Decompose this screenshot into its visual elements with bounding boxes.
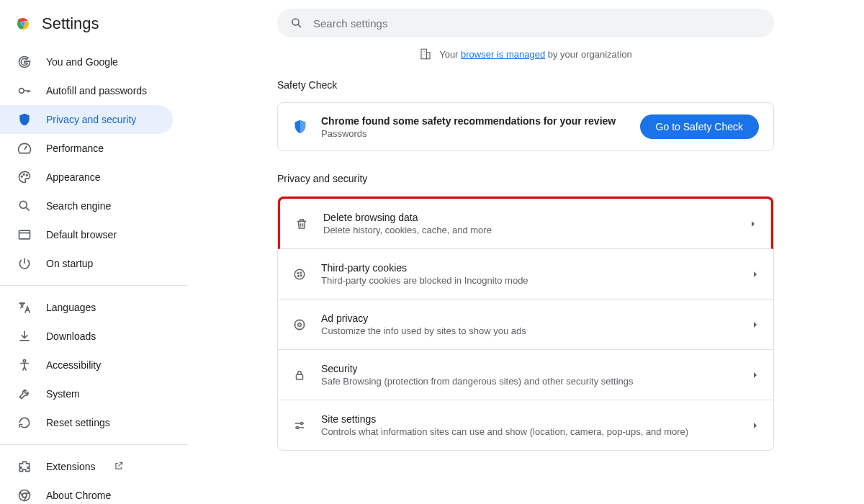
svg-point-16 bbox=[294, 269, 305, 279]
sidebar-item-languages[interactable]: Languages bbox=[0, 293, 173, 322]
sidebar-divider bbox=[0, 285, 187, 286]
chrome-outline-icon bbox=[17, 488, 32, 503]
chrome-logo-icon bbox=[14, 15, 32, 32]
sidebar-item-downloads[interactable]: Downloads bbox=[0, 322, 173, 351]
svg-point-8 bbox=[19, 201, 27, 208]
svg-point-13 bbox=[292, 19, 299, 25]
row-title: Security bbox=[321, 363, 737, 374]
settings-sidebar: Settings You and Google Autofill and pas… bbox=[0, 0, 187, 504]
row-title: Ad privacy bbox=[321, 312, 737, 324]
search-icon bbox=[290, 17, 303, 30]
translate-icon bbox=[17, 300, 32, 315]
google-g-icon bbox=[17, 55, 32, 69]
sidebar-item-about[interactable]: About Chrome bbox=[0, 481, 173, 504]
page-title: Settings bbox=[42, 14, 99, 33]
safety-check-title: Chrome found some safety recommendations… bbox=[321, 115, 627, 127]
svg-point-25 bbox=[297, 426, 299, 428]
wrench-icon bbox=[17, 387, 32, 401]
row-security[interactable]: Security Safe Browsing (protection from … bbox=[278, 350, 773, 400]
cookie-icon bbox=[292, 267, 307, 282]
sidebar-item-default-browser[interactable]: Default browser bbox=[0, 220, 173, 249]
row-body: Third-party cookies Third-party cookies … bbox=[321, 262, 737, 286]
svg-rect-14 bbox=[421, 49, 427, 59]
building-icon bbox=[419, 48, 432, 60]
sidebar-item-label: System bbox=[46, 388, 80, 400]
svg-point-22 bbox=[298, 323, 302, 326]
section-safety-check-title: Safety Check bbox=[277, 79, 774, 91]
row-third-party-cookies[interactable]: Third-party cookies Third-party cookies … bbox=[278, 249, 773, 300]
sidebar-item-reset[interactable]: Reset settings bbox=[0, 408, 173, 437]
sidebar-item-extensions[interactable]: Extensions bbox=[0, 452, 173, 481]
svg-point-21 bbox=[294, 320, 305, 330]
external-link-icon bbox=[114, 461, 124, 473]
search-icon bbox=[17, 199, 32, 213]
sidebar-list-more: Languages Downloads Accessibility System… bbox=[0, 293, 187, 437]
safety-check-text: Chrome found some safety recommendations… bbox=[321, 115, 627, 139]
shield-blue-icon bbox=[292, 119, 308, 135]
sidebar-item-privacy[interactable]: Privacy and security bbox=[0, 105, 173, 134]
row-subtitle: Customize the info used by sites to show… bbox=[321, 325, 737, 336]
safety-check-subtitle: Passwords bbox=[321, 128, 627, 139]
row-body: Delete browsing data Delete history, coo… bbox=[323, 212, 735, 235]
sidebar-item-label: Reset settings bbox=[46, 417, 110, 428]
power-icon bbox=[17, 256, 32, 271]
managed-text: Your browser is managed by your organiza… bbox=[439, 49, 632, 60]
sidebar-item-label: Search engine bbox=[46, 200, 111, 212]
sidebar-item-autofill[interactable]: Autofill and passwords bbox=[0, 76, 173, 105]
sidebar-item-label: You and Google bbox=[46, 56, 118, 68]
content-area: Safety Check Chrome found some safety re… bbox=[277, 79, 774, 451]
sidebar-item-label: Appearance bbox=[46, 171, 101, 183]
safety-check-card: Chrome found some safety recommendations… bbox=[277, 102, 774, 151]
managed-link[interactable]: browser is managed bbox=[461, 49, 545, 60]
svg-point-20 bbox=[301, 274, 302, 276]
speedometer-icon bbox=[17, 141, 32, 156]
shield-icon bbox=[17, 112, 32, 127]
sidebar-item-label: Extensions bbox=[46, 461, 95, 472]
sidebar-item-label: About Chrome bbox=[46, 490, 111, 501]
row-delete-browsing-data[interactable]: Delete browsing data Delete history, coo… bbox=[278, 197, 773, 249]
row-subtitle: Controls what information sites can use … bbox=[321, 426, 737, 437]
row-title: Third-party cookies bbox=[321, 262, 737, 274]
sidebar-item-label: On startup bbox=[46, 258, 93, 269]
reset-icon bbox=[17, 415, 32, 430]
svg-point-5 bbox=[21, 176, 22, 177]
sidebar-item-system[interactable]: System bbox=[0, 379, 173, 408]
sidebar-list-bottom: Extensions About Chrome bbox=[0, 452, 187, 504]
svg-point-19 bbox=[298, 275, 300, 276]
sidebar-item-on-startup[interactable]: On startup bbox=[0, 249, 173, 278]
sidebar-item-accessibility[interactable]: Accessibility bbox=[0, 351, 173, 379]
svg-point-24 bbox=[301, 422, 303, 424]
sidebar-item-appearance[interactable]: Appearance bbox=[0, 163, 173, 192]
chevron-right-icon bbox=[750, 218, 757, 230]
row-site-settings[interactable]: Site settings Controls what information … bbox=[278, 400, 773, 450]
sidebar-item-label: Performance bbox=[46, 143, 104, 154]
row-subtitle: Delete history, cookies, cache, and more bbox=[323, 225, 735, 235]
search-input[interactable] bbox=[313, 17, 761, 30]
lock-icon bbox=[292, 368, 307, 382]
trash-icon bbox=[294, 217, 309, 231]
managed-banner: Your browser is managed by your organiza… bbox=[204, 48, 847, 60]
go-to-safety-check-button[interactable]: Go to Safety Check bbox=[640, 114, 759, 139]
search-bar[interactable] bbox=[277, 9, 774, 37]
sidebar-item-label: Downloads bbox=[46, 330, 96, 342]
sidebar-item-you-and-google[interactable]: You and Google bbox=[0, 48, 173, 76]
svg-point-10 bbox=[23, 360, 25, 362]
svg-rect-9 bbox=[19, 230, 30, 239]
extension-icon bbox=[17, 459, 32, 474]
accessibility-icon bbox=[17, 358, 32, 372]
sidebar-list-main: You and Google Autofill and passwords Pr… bbox=[0, 48, 187, 278]
sidebar-item-search-engine[interactable]: Search engine bbox=[0, 192, 173, 220]
section-privacy-title: Privacy and security bbox=[277, 173, 774, 184]
chevron-right-icon bbox=[752, 269, 759, 280]
privacy-list-card: Delete browsing data Delete history, coo… bbox=[277, 196, 774, 451]
row-body: Security Safe Browsing (protection from … bbox=[321, 363, 737, 387]
sidebar-item-performance[interactable]: Performance bbox=[0, 134, 173, 163]
row-subtitle: Third-party cookies are blocked in Incog… bbox=[321, 275, 737, 286]
svg-rect-23 bbox=[297, 374, 303, 379]
row-subtitle: Safe Browsing (protection from dangerous… bbox=[321, 376, 737, 387]
svg-point-18 bbox=[300, 272, 302, 274]
sidebar-item-label: Privacy and security bbox=[46, 114, 136, 125]
ad-privacy-icon bbox=[292, 318, 307, 332]
row-ad-privacy[interactable]: Ad privacy Customize the info used by si… bbox=[278, 300, 773, 350]
row-title: Site settings bbox=[321, 413, 737, 425]
